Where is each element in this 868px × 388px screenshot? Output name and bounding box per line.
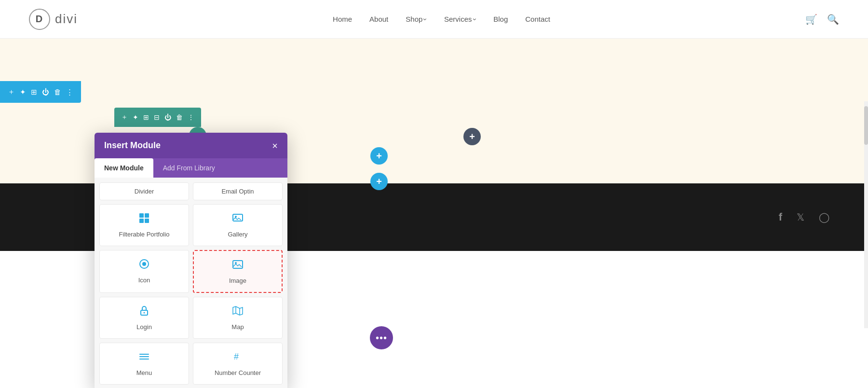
search-icon[interactable]: 🔍 (827, 14, 839, 25)
module-item-image[interactable]: Image (193, 250, 283, 293)
modules-partial-row: Divider Email Optin (99, 182, 283, 200)
module-item-emailoptin-partial[interactable]: Email Optin (193, 182, 283, 200)
svg-rect-1 (145, 213, 149, 218)
module-item-icon[interactable]: Icon (99, 250, 189, 293)
scrollbar-thumb[interactable] (864, 106, 868, 145)
menu-icon (138, 351, 150, 365)
insert-module-dialog: Insert Module × New Module Add From Libr… (95, 133, 287, 388)
modules-grid: Filterable Portfolio Gallery (99, 204, 283, 385)
row-settings-icon[interactable]: ✦ (133, 113, 138, 121)
dialog-title: Insert Module (104, 140, 161, 151)
dialog-close-button[interactable]: × (272, 141, 278, 151)
editor-top-toolbar: ＋ ✦ ⊞ ⏻ 🗑 ⋮ (0, 81, 81, 103)
layout-icon[interactable]: ⊞ (31, 88, 37, 97)
login-label: Login (136, 323, 152, 331)
nav-item-home[interactable]: Home (333, 15, 352, 24)
nav-item-about[interactable]: About (369, 15, 388, 24)
svg-rect-0 (139, 213, 144, 218)
module-item-gallery[interactable]: Gallery (193, 204, 283, 246)
add-module-button-blue2[interactable]: + (370, 173, 388, 190)
row-delete-icon[interactable]: 🗑 (176, 113, 183, 121)
add-module-button-dark[interactable]: + (463, 128, 481, 145)
gallery-icon (232, 212, 244, 227)
scrollbar-track[interactable] (864, 101, 868, 328)
top-navigation: D divi Home About Shop Services Blog Con… (0, 0, 868, 39)
filterable-portfolio-icon (138, 212, 150, 227)
logo-icon: D (29, 9, 50, 30)
login-icon (138, 305, 150, 319)
icon-module-icon (138, 258, 150, 273)
facebook-icon[interactable]: f (779, 211, 782, 223)
number-counter-label: Number Counter (215, 369, 261, 376)
dialog-header: Insert Module × (95, 133, 287, 158)
module-item-login[interactable]: Login (99, 297, 189, 339)
svg-point-7 (142, 262, 146, 266)
main-content-area: f 𝕏 ◯ ＋ ✦ ⊞ ⏻ 🗑 ⋮ ＋ ✦ ⊞ ⊟ ⏻ 🗑 ⋮ + + + + (0, 39, 868, 388)
row-add-icon[interactable]: ＋ (121, 113, 128, 122)
twitter-icon[interactable]: 𝕏 (797, 211, 804, 223)
module-item-map[interactable]: Map (193, 297, 283, 339)
module-item-number-counter[interactable]: # Number Counter (193, 343, 283, 385)
svg-text:#: # (234, 352, 239, 361)
site-logo[interactable]: D divi (29, 9, 78, 30)
dots-menu-button[interactable]: ••• (370, 326, 393, 349)
row-toolbar: ＋ ✦ ⊞ ⊟ ⏻ 🗑 ⋮ (114, 108, 201, 127)
menu-label: Menu (136, 369, 152, 376)
power-icon[interactable]: ⏻ (42, 88, 49, 96)
svg-rect-2 (139, 219, 144, 223)
logo-text: divi (55, 12, 78, 27)
settings-icon[interactable]: ✦ (20, 88, 26, 97)
svg-rect-8 (233, 261, 243, 268)
instagram-icon[interactable]: ◯ (819, 211, 829, 223)
row-more-icon[interactable]: ⋮ (188, 113, 194, 121)
row-columns-icon[interactable]: ⊟ (154, 113, 160, 121)
dialog-tabs: New Module Add From Library (95, 158, 287, 178)
nav-item-blog[interactable]: Blog (493, 15, 508, 24)
dialog-body: Divider Email Optin (95, 178, 287, 388)
tab-add-from-library[interactable]: Add From Library (153, 158, 225, 178)
module-item-menu[interactable]: Menu (99, 343, 189, 385)
add-section-icon[interactable]: ＋ (8, 87, 15, 97)
nav-item-contact[interactable]: Contact (525, 15, 550, 24)
add-module-button-blue1[interactable]: + (370, 147, 388, 165)
row-layout-icon[interactable]: ⊞ (143, 113, 149, 121)
map-icon (232, 305, 244, 319)
row-power-icon[interactable]: ⏻ (164, 113, 171, 121)
svg-rect-3 (145, 219, 149, 223)
map-label: Map (231, 323, 244, 331)
svg-point-11 (144, 312, 145, 314)
nav-actions: 🛒 🔍 (805, 14, 839, 25)
more-icon[interactable]: ⋮ (66, 88, 73, 97)
filterable-portfolio-label: Filterable Portfolio (119, 231, 170, 238)
cart-icon[interactable]: 🛒 (805, 14, 817, 25)
module-item-divider-partial[interactable]: Divider (99, 182, 189, 200)
tab-new-module[interactable]: New Module (95, 158, 153, 178)
module-item-filterable-portfolio[interactable]: Filterable Portfolio (99, 204, 189, 246)
icon-module-label: Icon (138, 277, 150, 284)
image-icon (232, 259, 244, 273)
gallery-label: Gallery (228, 231, 247, 238)
nav-menu: Home About Shop Services Blog Contact (333, 15, 550, 24)
delete-icon[interactable]: 🗑 (54, 88, 61, 96)
nav-item-shop[interactable]: Shop (406, 15, 427, 23)
nav-item-services[interactable]: Services (444, 15, 476, 23)
number-counter-icon: # (232, 351, 244, 365)
image-label: Image (229, 277, 246, 284)
